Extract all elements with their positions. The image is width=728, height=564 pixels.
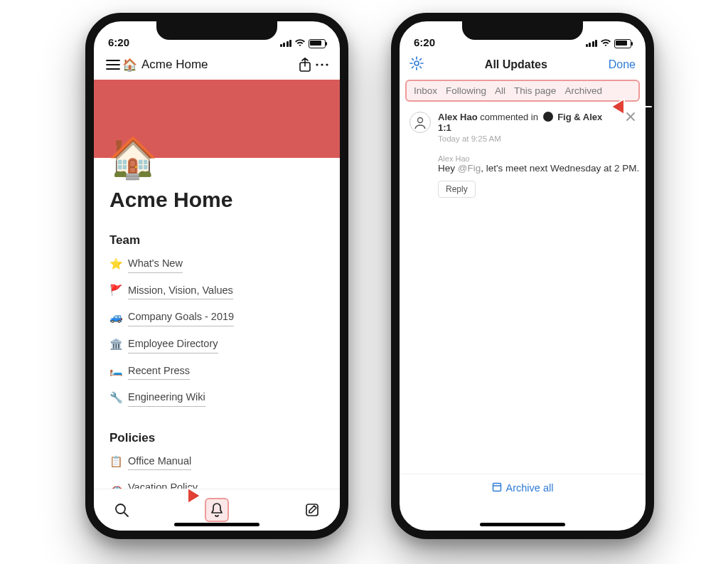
- team-link-list: ⭐What's New 🚩Mission, Vision, Values 🚙Co…: [109, 252, 340, 410]
- page-link-mission[interactable]: 🚩Mission, Vision, Values: [109, 279, 340, 303]
- tab-all[interactable]: All: [495, 85, 505, 96]
- breadcrumb-icon: 🏠: [122, 58, 137, 73]
- comment-author: Alex Hao: [438, 154, 646, 163]
- status-time: 6:20: [108, 36, 129, 48]
- phone-updates-screen: 6:20 All Updates Done Inbox Following Al…: [391, 13, 654, 539]
- updates-title: All Updates: [485, 58, 547, 71]
- done-button[interactable]: Done: [609, 58, 636, 71]
- svg-rect-14: [493, 484, 500, 491]
- wrench-icon: 🔧: [109, 391, 122, 404]
- wifi-icon: [294, 38, 306, 48]
- menu-icon[interactable]: [104, 55, 122, 74]
- flag-icon: 🚩: [109, 284, 122, 297]
- comment-block: Alex Hao Hey @Fig, let's meet next Wedne…: [438, 154, 646, 174]
- page-link-office-manual[interactable]: 📋Office Manual: [109, 449, 340, 474]
- link-label: Recent Press: [128, 362, 190, 381]
- star-icon: ⭐: [109, 257, 122, 270]
- svg-point-5: [321, 63, 323, 65]
- updates-tab[interactable]: [205, 498, 229, 522]
- callout-arrow-updates: [159, 484, 202, 508]
- link-label: Company Goals - 2019: [128, 308, 234, 326]
- section-title-team: Team: [109, 233, 340, 248]
- page-link-goals[interactable]: 🚙Company Goals - 2019: [109, 305, 340, 329]
- more-icon[interactable]: [314, 55, 330, 74]
- callout-arrow-archived: [610, 95, 653, 119]
- comment-rest: , let's meet next Wednesday at 2 PM.: [481, 163, 639, 174]
- clipboard-icon: 📋: [109, 455, 122, 468]
- notification-verb: commented in: [480, 112, 538, 122]
- link-label: Office Manual: [128, 452, 191, 471]
- breadcrumb[interactable]: Acme Home: [141, 58, 208, 72]
- tab-archived[interactable]: Archived: [564, 85, 602, 96]
- svg-point-11: [418, 118, 423, 123]
- comment-prefix: Hey: [438, 163, 458, 174]
- comment-text: Hey @Fig, let's meet next Wednesday at 2…: [438, 163, 646, 174]
- link-label: What's New: [128, 255, 183, 273]
- svg-line-8: [124, 513, 128, 516]
- share-icon[interactable]: [296, 55, 314, 74]
- archive-icon: [492, 482, 502, 494]
- building-icon: 🏛️: [109, 338, 122, 351]
- svg-point-7: [116, 504, 125, 514]
- status-time: 6:20: [414, 36, 435, 48]
- svg-point-10: [414, 61, 419, 65]
- settings-icon[interactable]: [410, 56, 424, 74]
- notch: [156, 20, 277, 40]
- notification-text: Alex Hao commented in Fig & Alex 1:1: [438, 112, 616, 133]
- page-emoji-icon[interactable]: 🏠: [108, 138, 158, 178]
- page-title: Acme Home: [109, 188, 340, 212]
- battery-icon: [309, 39, 326, 48]
- notch: [462, 20, 583, 40]
- car-icon: 🚙: [109, 311, 122, 324]
- avatar: [410, 112, 431, 133]
- tab-following[interactable]: Following: [446, 85, 486, 96]
- tab-this-page[interactable]: This page: [514, 85, 556, 96]
- page-link-press[interactable]: 🛏️Recent Press: [109, 359, 340, 383]
- cellular-icon: [280, 40, 292, 47]
- svg-point-4: [316, 63, 318, 65]
- link-label: Mission, Vision, Values: [128, 282, 233, 300]
- updates-nav: All Updates Done: [400, 50, 646, 80]
- mention[interactable]: @Fig: [458, 163, 481, 174]
- home-indicator[interactable]: [174, 523, 259, 526]
- page-link-wiki[interactable]: 🔧Engineering Wiki: [109, 385, 340, 410]
- top-nav: 🏠 Acme Home: [94, 50, 340, 80]
- updates-filter-tabs: Inbox Following All This page Archived: [405, 80, 640, 102]
- page-link-whats-new[interactable]: ⭐What's New: [109, 252, 340, 276]
- archive-all-label: Archive all: [506, 482, 554, 494]
- battery-icon: [614, 39, 631, 48]
- notification-time: Today at 9:25 AM: [438, 134, 616, 143]
- svg-point-6: [326, 63, 328, 65]
- cellular-icon: [586, 40, 598, 47]
- section-title-policies: Policies: [109, 431, 340, 445]
- news-icon: 🛏️: [109, 364, 122, 377]
- archive-all-button[interactable]: Archive all: [400, 474, 646, 501]
- notification-author: Alex Hao: [438, 112, 478, 122]
- phone-home-screen: 6:20 🏠 Acme Home: [85, 13, 348, 539]
- notification-item[interactable]: Alex Hao commented in Fig & Alex 1:1 Tod…: [400, 102, 646, 143]
- page-link-directory[interactable]: 🏛️Employee Directory: [109, 332, 340, 356]
- page-cover: 🏠: [94, 80, 340, 158]
- reply-button[interactable]: Reply: [438, 181, 476, 198]
- compose-tab[interactable]: [301, 499, 323, 521]
- wifi-icon: [600, 38, 611, 48]
- link-label: Employee Directory: [128, 335, 218, 353]
- link-label: Engineering Wiki: [128, 388, 205, 407]
- tab-inbox[interactable]: Inbox: [414, 85, 437, 96]
- page-icon: [543, 112, 553, 122]
- home-indicator[interactable]: [480, 523, 565, 526]
- search-tab[interactable]: [111, 499, 132, 521]
